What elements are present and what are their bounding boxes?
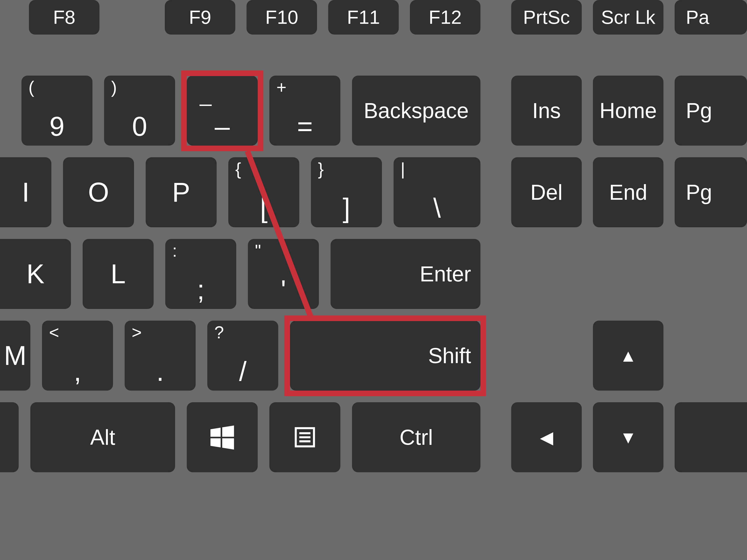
key-label: Del [511,157,582,227]
key-o[interactable]: O [63,157,134,227]
key-secondary-label: ) [111,79,117,96]
arrow-down-icon: ▼ [593,402,664,472]
key-label: Alt [30,402,175,472]
key-label: Backspace [352,76,481,145]
key-insert[interactable]: Ins [511,76,582,145]
key-secondary-label: } [318,161,324,178]
key-semicolon[interactable]: : ; [165,239,236,309]
key-backslash[interactable]: | \ [393,157,481,227]
key-delete[interactable]: Del [511,157,582,227]
key-i[interactable]: I [0,157,51,227]
menu-icon [269,402,340,472]
key-label: K [0,239,71,309]
key-windows[interactable] [187,402,258,472]
key-label: O [63,157,134,227]
key-label: Enter [420,239,471,309]
key-0[interactable]: ) 0 [104,76,175,145]
key-main-label: = [269,113,340,140]
key-label: End [593,157,664,227]
key-label: Pg [675,157,747,227]
key-scrlk[interactable]: Scr Lk [593,0,664,34]
key-label: F11 [328,0,399,34]
key-main-label: . [125,358,196,385]
key-f8[interactable]: F8 [29,0,99,34]
key-secondary-label: + [276,79,286,96]
key-label: Ins [511,76,582,145]
key-f9[interactable]: F9 [165,0,235,34]
key-label: F10 [247,0,317,34]
key-pgup[interactable]: Pg [675,76,747,145]
key-secondary-label: > [132,324,142,341]
key-k[interactable]: K [0,239,71,309]
key-label: F8 [29,0,99,34]
key-label: F12 [410,0,481,34]
highlight-minus-key [181,71,263,151]
key-secondary-label: ? [214,324,224,341]
key-arrow-up[interactable]: ▲ [593,321,664,391]
key-alt[interactable]: Alt [30,402,175,472]
key-secondary-label: < [49,324,59,341]
key-enter[interactable]: Enter [331,239,481,309]
key-right-bracket[interactable]: } ] [311,157,382,227]
key-backspace[interactable]: Backspace [352,76,481,145]
key-space-or-blank-left[interactable] [0,402,19,472]
key-label: Scr Lk [593,0,664,34]
key-main-label: ' [248,276,319,303]
key-equals[interactable]: + = [269,76,340,145]
key-label: Pa [675,0,747,34]
key-main-label: \ [393,195,481,222]
key-home[interactable]: Home [593,76,664,145]
key-label: Pg [675,76,747,145]
key-main-label: 9 [22,113,93,140]
key-secondary-label: ( [28,79,34,96]
highlight-shift-key [284,316,486,396]
key-comma[interactable]: < , [42,321,113,391]
key-f11[interactable]: F11 [328,0,399,34]
key-arrow-down[interactable]: ▼ [593,402,664,472]
key-label: L [83,239,154,309]
key-main-label: , [42,358,113,385]
key-secondary-label: | [401,161,405,178]
key-l[interactable]: L [83,239,154,309]
key-label: P [146,157,216,227]
key-slash[interactable]: ? / [207,321,278,391]
key-label: PrtSc [511,0,582,34]
key-p[interactable]: P [146,157,216,227]
key-secondary-label: { [235,161,241,178]
arrow-up-icon: ▲ [593,321,664,391]
key-arrow-right-partial[interactable] [675,402,747,472]
key-main-label: / [207,358,278,385]
windows-icon [187,402,258,472]
key-ctrl[interactable]: Ctrl [352,402,481,472]
key-label: Ctrl [352,402,481,472]
key-9[interactable]: ( 9 [22,76,93,145]
key-pgdn[interactable]: Pg [675,157,747,227]
key-label: I [0,157,51,227]
key-period[interactable]: > . [125,321,196,391]
keyboard-diagram: F8 F9 F10 F11 F12 PrtSc Scr Lk Pa ( 9 ) … [0,0,747,560]
arrow-left-icon: ◀ [511,402,582,472]
key-m[interactable]: M [0,321,30,391]
key-main-label: ; [165,276,236,303]
key-f12[interactable]: F12 [410,0,481,34]
key-f10[interactable]: F10 [247,0,317,34]
key-main-label: 0 [104,113,175,140]
key-menu[interactable] [269,402,340,472]
key-prtsc[interactable]: PrtSc [511,0,582,34]
key-secondary-label: : [172,242,177,260]
key-label: M [0,321,30,391]
key-secondary-label: " [255,242,261,260]
key-main-label: ] [311,195,382,222]
key-arrow-left[interactable]: ◀ [511,402,582,472]
key-label: Home [593,76,664,145]
key-end[interactable]: End [593,157,664,227]
key-label: F9 [165,0,235,34]
key-pause[interactable]: Pa [675,0,747,34]
